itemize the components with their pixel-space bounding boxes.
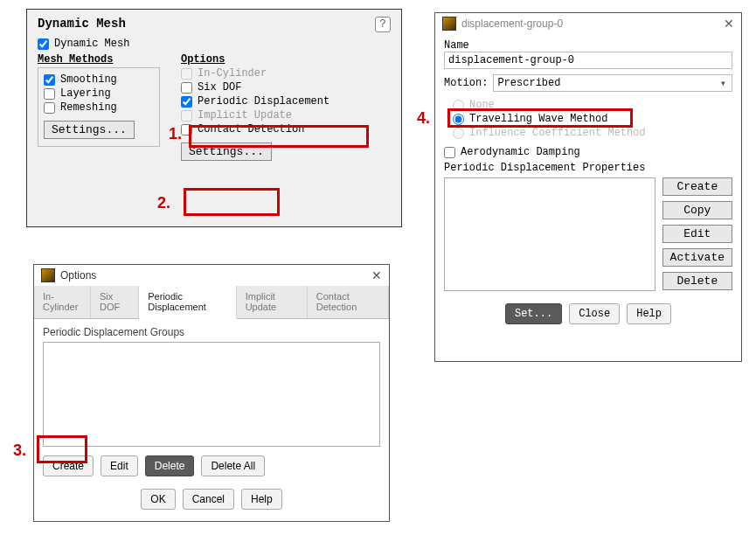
mesh-methods-settings-button[interactable]: Settings... [44,121,135,139]
cancel-button[interactable]: Cancel [183,489,234,510]
dg-titlebar: displacement-group-0 ✕ [435,13,741,34]
remeshing-label: Remeshing [60,101,117,114]
tab-in-cylinder[interactable]: In-Cylinder [34,286,91,318]
motion-select[interactable]: Prescribed [493,74,732,92]
annotation-4: 4. [417,109,430,128]
delete-all-button[interactable]: Delete All [201,455,265,476]
remeshing-checkbox[interactable] [44,102,55,114]
dynamic-mesh-panel: Dynamic Mesh ? Dynamic Mesh Mesh Methods… [26,9,402,227]
smoothing-checkbox[interactable] [44,74,55,86]
radio-none-label: None [469,99,495,111]
props-label: Periodic Displacement Properties [444,162,732,174]
contact-detection-label: Contact Detection [198,123,304,136]
radio-icm [453,128,464,139]
dg-title: displacement-group-0 [461,17,563,30]
periodic-displacement-label: Periodic Displacement [198,95,329,108]
close-icon[interactable]: ✕ [724,17,734,31]
set-button[interactable]: Set... [505,303,562,324]
layering-checkbox[interactable] [44,88,55,100]
app-icon [41,268,55,282]
close-button[interactable]: Close [569,303,620,324]
radio-twm[interactable] [453,114,464,125]
options-title: Options [60,269,96,281]
in-cylinder-checkbox [181,68,192,80]
dg-copy-button[interactable]: Copy [662,201,732,219]
dg-activate-button[interactable]: Activate [662,248,732,267]
mesh-methods-header: Mesh Methods [38,53,160,66]
create-button[interactable]: Create [43,455,94,476]
layering-label: Layering [60,87,111,100]
name-label: Name [444,39,732,52]
tab-six-dof[interactable]: Six DOF [91,286,139,318]
contact-detection-checkbox[interactable] [181,124,192,136]
help-button[interactable]: Help [241,489,282,510]
ok-button[interactable]: OK [141,489,175,510]
dynamic-mesh-label: Dynamic Mesh [54,38,129,50]
edit-button[interactable]: Edit [101,455,138,476]
props-list[interactable] [444,177,655,291]
help-icon[interactable]: ? [375,17,391,32]
annotation-1: 1. [169,125,182,143]
six-dof-checkbox[interactable] [181,82,192,94]
aero-damping-label: Aerodynamic Damping [461,146,580,158]
radio-icm-label: Influence Coefficient Method [469,127,646,139]
options-tabs: In-Cylinder Six DOF Periodic Displacemen… [34,286,389,319]
tab-periodic-displacement[interactable]: Periodic Displacement [139,286,236,319]
options-header: Options [181,53,329,66]
app-icon [442,17,456,31]
close-icon[interactable]: ✕ [371,268,382,282]
displacement-group-dialog: displacement-group-0 ✕ Name Motion: Pres… [434,12,742,362]
smoothing-label: Smoothing [60,73,117,86]
name-input[interactable] [444,52,732,69]
delete-button[interactable]: Delete [145,455,195,476]
tab-implicit-update[interactable]: Implicit Update [237,286,308,318]
annotation-3: 3. [13,441,26,460]
panel-title: Dynamic Mesh [38,17,126,31]
implicit-update-label: Implicit Update [198,109,292,122]
periodic-displacement-checkbox[interactable] [181,96,192,108]
options-titlebar: Options ✕ [34,265,389,286]
groups-list[interactable] [43,342,380,447]
help-button-dg[interactable]: Help [627,303,671,324]
dynamic-mesh-checkbox[interactable] [38,38,49,50]
dg-delete-button[interactable]: Delete [662,272,732,290]
annotation-2: 2. [157,194,170,212]
dg-create-button[interactable]: Create [662,177,732,196]
options-dialog: Options ✕ In-Cylinder Six DOF Periodic D… [33,264,390,522]
six-dof-label: Six DOF [198,81,241,94]
motion-label: Motion: [444,77,488,89]
options-settings-button[interactable]: Settings... [181,142,272,161]
in-cylinder-label: In-Cylinder [198,67,267,80]
aero-damping-checkbox[interactable] [444,147,455,158]
radio-twm-label: Travelling Wave Method [469,113,607,125]
radio-none [453,100,464,111]
implicit-update-checkbox [181,110,192,122]
dg-edit-button[interactable]: Edit [662,225,732,243]
tab-contact-detection[interactable]: Contact Detection [308,286,389,318]
groups-label: Periodic Displacement Groups [43,326,380,338]
